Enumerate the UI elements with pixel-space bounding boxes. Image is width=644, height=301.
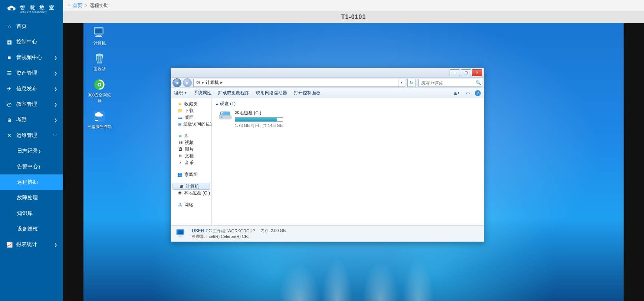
tree-documents[interactable]: 🗎文档 bbox=[172, 153, 210, 159]
tree-recent[interactable]: ▣最近访问的位置 bbox=[172, 121, 210, 127]
nav-sub-fault[interactable]: 故障处理 bbox=[0, 190, 63, 206]
recent-icon: ▣ bbox=[178, 122, 181, 127]
tree-videos[interactable]: 🎞视频 bbox=[172, 139, 210, 146]
breadcrumb-sep: > bbox=[85, 3, 88, 8]
chevron-right-icon: ❯ bbox=[54, 71, 57, 75]
wrench-icon: ✕ bbox=[6, 132, 13, 138]
tree-music[interactable]: ♪音乐 bbox=[172, 159, 210, 166]
chevron-right-icon: ❯ bbox=[54, 243, 57, 247]
nav-control-center[interactable]: ▦控制中心 bbox=[0, 34, 63, 50]
desktop-icon-label: 360安全浏览器 bbox=[87, 92, 112, 104]
send-icon: ✈ bbox=[6, 86, 13, 92]
sidebar: 智 慧 教 室 wisdom classroom ⌂首页 ▦控制中心 ■音视频中… bbox=[0, 0, 63, 301]
video-icon: 🎞 bbox=[178, 140, 183, 145]
desktop-icon-360browser[interactable]: 360安全浏览器 bbox=[87, 78, 112, 104]
category-header[interactable]: ▲硬盘 (1) bbox=[216, 101, 480, 107]
close-button[interactable]: ✕ bbox=[472, 69, 482, 76]
maximize-button[interactable]: ▢ bbox=[461, 69, 471, 76]
tree-desktop[interactable]: ▬桌面 bbox=[172, 114, 210, 121]
svg-point-9 bbox=[99, 84, 101, 86]
toolbar-mapdrive[interactable]: 映射网络驱动器 bbox=[256, 90, 287, 96]
nav-sub-remote-assist[interactable]: 远程协助 bbox=[0, 174, 63, 190]
star-icon: ★ bbox=[177, 102, 183, 107]
explorer-address-bar: ◄ ► 🖳 ▶ 计算机 ▶ ▼ ↻ 🔍 bbox=[171, 78, 484, 88]
tree-favorites[interactable]: ★收藏夹 bbox=[172, 101, 210, 107]
doc-icon: 🗎 bbox=[6, 117, 13, 123]
help-button[interactable]: ? bbox=[475, 90, 481, 96]
toolbar-controlpanel[interactable]: 打开控制面板 bbox=[294, 90, 321, 96]
desktop-icon-computer[interactable]: 计算机 bbox=[87, 26, 112, 46]
search-box: 🔍 bbox=[418, 79, 482, 87]
toolbar-organize[interactable]: 组织▼ bbox=[174, 90, 187, 96]
toolbar-sysprops[interactable]: 系统属性 bbox=[194, 90, 211, 96]
breadcrumb-current: 远程协助 bbox=[89, 2, 109, 9]
tree-pictures[interactable]: 🖼图片 bbox=[172, 146, 210, 153]
breadcrumb: ⌂ 首页 > 远程协助 bbox=[63, 0, 644, 11]
svg-rect-13 bbox=[219, 115, 231, 119]
explorer-titlebar[interactable]: ― ▢ ✕ bbox=[171, 68, 484, 78]
svg-rect-1 bbox=[11, 8, 13, 9]
explorer-window: ― ▢ ✕ ◄ ► 🖳 ▶ 计算机 ▶ ▼ bbox=[171, 68, 484, 242]
nav-attendance[interactable]: 🗎考勤❯ bbox=[0, 112, 63, 128]
breadcrumb-home-link[interactable]: 首页 bbox=[73, 2, 82, 9]
nav-classroom-mgmt[interactable]: ◷教室管理❯ bbox=[0, 96, 63, 112]
preview-pane-button[interactable]: ▭ bbox=[464, 89, 472, 97]
brand-text: 智 慧 教 室 wisdom classroom bbox=[20, 5, 56, 13]
tree-computer[interactable]: 🖳计算机 bbox=[172, 183, 210, 190]
nav-asset-mgmt[interactable]: ☰资产管理❯ bbox=[0, 65, 63, 81]
document-icon: 🗎 bbox=[178, 154, 183, 158]
drive-usage-bar bbox=[235, 117, 283, 122]
folder-icon: 📁 bbox=[178, 108, 183, 113]
brand: 智 慧 教 室 wisdom classroom bbox=[0, 0, 63, 19]
nav-forward-button[interactable]: ► bbox=[183, 78, 192, 87]
home-icon: ⌂ bbox=[68, 3, 70, 8]
drive-free-text: 1.73 GB 可用 , 共 14.8 GB bbox=[235, 123, 283, 128]
toolbar-uninstall[interactable]: 卸载或更改程序 bbox=[218, 90, 249, 96]
computer-icon: 🖳 bbox=[179, 184, 184, 189]
view-mode-button[interactable]: ⊞▼ bbox=[453, 89, 461, 97]
status-memory: 2.00 GB bbox=[271, 228, 286, 233]
asset-icon: ☰ bbox=[6, 70, 13, 76]
computer-icon: 🖳 bbox=[196, 80, 200, 85]
desktop-icon-sunmnet[interactable]: 三盟服务终端 bbox=[87, 109, 112, 130]
chevron-down-icon: ▼ bbox=[184, 92, 187, 94]
tree-downloads[interactable]: 📁下载 bbox=[172, 107, 210, 114]
drive-name: 本地磁盘 (C:) bbox=[235, 110, 283, 116]
svg-rect-3 bbox=[95, 29, 102, 33]
address-dropdown[interactable]: ▼ bbox=[398, 79, 405, 87]
desktop-icon-label: 计算机 bbox=[93, 40, 106, 46]
tree-network[interactable]: 🖧网络 bbox=[172, 202, 210, 208]
chevron-right-icon: ❯ bbox=[54, 118, 57, 122]
address-field[interactable]: 🖳 ▶ 计算机 ▶ bbox=[193, 79, 398, 87]
nav-av-center[interactable]: ■音视频中心❯ bbox=[0, 50, 63, 65]
remote-desktop[interactable]: 计算机 回收站 360安全浏览器 bbox=[83, 23, 624, 301]
homegroup-icon: 👥 bbox=[177, 172, 183, 177]
nav-sub-knowledge[interactable]: 知识库 bbox=[0, 206, 63, 221]
nav-info-publish[interactable]: ✈信息发布❯ bbox=[0, 81, 63, 96]
network-icon: 🖧 bbox=[177, 203, 183, 207]
main: ⌂ 首页 > 远程协助 T1-0101 计算机 回收站 bbox=[63, 0, 644, 301]
tree-libraries[interactable]: ≣库 bbox=[172, 132, 210, 139]
refresh-button[interactable]: ↻ bbox=[407, 79, 415, 87]
nav-sub-logs[interactable]: 日志记录❯ bbox=[0, 143, 63, 159]
minimize-button[interactable]: ― bbox=[450, 69, 460, 76]
nav-ops-mgmt[interactable]: ✕运维管理﹀ bbox=[0, 128, 63, 143]
tree-localdisk-c[interactable]: ⛃本地磁盘 (C:) bbox=[172, 190, 210, 196]
search-input[interactable] bbox=[419, 81, 475, 85]
drive-item[interactable]: 本地磁盘 (C:) 1.73 GB 可用 , 共 14.8 GB bbox=[216, 108, 286, 130]
nav-back-button[interactable]: ◄ bbox=[172, 78, 181, 87]
chevron-down-icon: ﹀ bbox=[53, 133, 57, 138]
tree-homegroup[interactable]: 👥家庭组 bbox=[172, 171, 210, 178]
nav-sub-inspect[interactable]: 设备巡检 bbox=[0, 221, 63, 237]
library-icon: ≣ bbox=[177, 134, 183, 138]
search-icon[interactable]: 🔍 bbox=[475, 80, 482, 85]
nav-home[interactable]: ⌂首页 bbox=[0, 19, 63, 34]
desktop-icon-recyclebin[interactable]: 回收站 bbox=[87, 52, 112, 72]
nav-sub-alerts[interactable]: 告警中心❯ bbox=[0, 159, 63, 174]
nav-reports[interactable]: 📈报表统计❯ bbox=[0, 237, 63, 252]
sunmnet-icon bbox=[93, 109, 106, 123]
chevron-right-icon: ❯ bbox=[38, 149, 41, 153]
clock-icon: ◷ bbox=[6, 101, 13, 107]
svg-point-14 bbox=[221, 117, 223, 118]
chart-icon: 📈 bbox=[6, 242, 13, 248]
